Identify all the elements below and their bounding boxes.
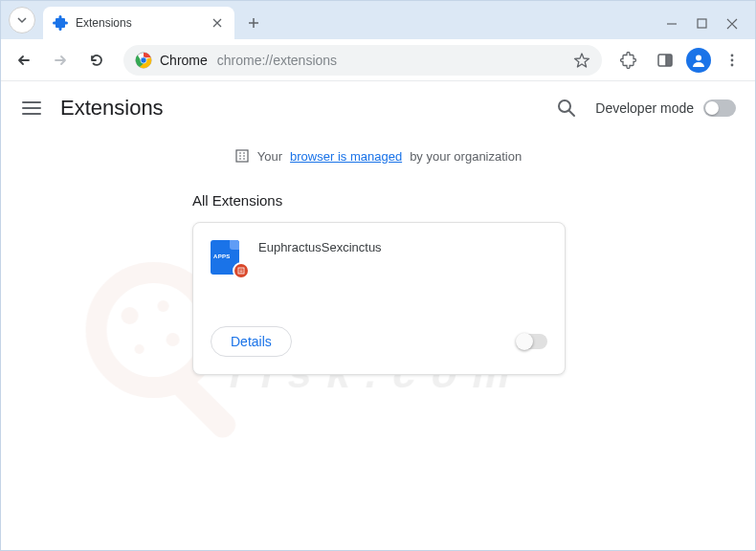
arrow-right-icon (52, 52, 69, 69)
panel-icon (656, 52, 674, 69)
page-content: PC risk.com Extensions Developer mode Yo… (1, 81, 755, 550)
forward-button[interactable] (45, 45, 76, 76)
svg-point-6 (696, 55, 701, 60)
svg-point-3 (141, 56, 146, 62)
svg-rect-17 (236, 150, 248, 162)
new-tab-button[interactable] (240, 10, 267, 36)
extension-name: EuphractusSexcinctus (258, 240, 382, 254)
details-button[interactable]: Details (211, 326, 292, 357)
back-button[interactable] (9, 45, 39, 76)
organization-icon (234, 148, 250, 164)
extension-enable-toggle[interactable] (517, 334, 547, 349)
minimize-button[interactable] (666, 18, 678, 30)
window-titlebar: Extensions (1, 1, 755, 39)
svg-point-9 (731, 63, 734, 66)
managed-link[interactable]: browser is managed (290, 149, 402, 164)
managed-text-post: by your organization (410, 149, 522, 164)
puzzle-icon (620, 52, 637, 69)
chrome-logo-icon (135, 52, 152, 69)
close-window-button[interactable] (726, 18, 738, 30)
toggle-knob (705, 101, 719, 115)
tab-search-button[interactable] (9, 7, 35, 33)
extensions-header: Extensions Developer mode (1, 81, 755, 135)
extension-card: APPS EuphractusSexcinctus Details (192, 222, 566, 375)
extensions-button[interactable] (613, 45, 644, 76)
chevron-down-icon (16, 14, 28, 26)
managed-text-pre: Your (257, 149, 282, 164)
close-icon (212, 18, 222, 28)
browser-tab[interactable]: Extensions (43, 7, 234, 39)
svg-rect-11 (168, 371, 240, 443)
reload-button[interactable] (81, 45, 112, 76)
chrome-menu-button[interactable] (717, 45, 747, 76)
all-extensions-section: All Extensions APPS EuphractusSexcinctus (1, 192, 755, 375)
reload-icon (88, 52, 105, 69)
profile-button[interactable] (686, 48, 711, 73)
user-icon (690, 52, 707, 69)
address-bar[interactable]: Chrome chrome://extensions (123, 45, 602, 76)
svg-rect-0 (698, 19, 706, 28)
side-panel-button[interactable] (650, 45, 680, 76)
svg-point-16 (559, 100, 570, 112)
browser-toolbar: Chrome chrome://extensions (1, 39, 755, 81)
dots-vertical-icon (724, 53, 740, 68)
managed-banner: Your browser is managed by your organiza… (1, 135, 755, 177)
menu-button[interactable] (20, 97, 43, 120)
plus-icon (247, 16, 260, 30)
extension-favicon-icon (53, 15, 68, 31)
bookmark-button[interactable] (573, 52, 590, 69)
page-title: Extensions (60, 96, 557, 121)
star-icon (573, 52, 590, 69)
search-button[interactable] (557, 99, 576, 118)
minimize-icon (666, 18, 678, 30)
section-title: All Extensions (192, 192, 564, 209)
developer-mode-toggle[interactable] (703, 99, 736, 117)
svg-point-8 (731, 58, 734, 61)
maximize-icon (697, 18, 707, 29)
badge-icon (233, 262, 250, 279)
svg-rect-5 (666, 55, 672, 66)
arrow-left-icon (15, 52, 33, 69)
tab-title: Extensions (76, 16, 210, 30)
address-text: Chrome chrome://extensions (160, 53, 337, 68)
toggle-knob (516, 333, 533, 350)
developer-mode-label: Developer mode (595, 100, 694, 116)
svg-point-7 (731, 54, 734, 56)
tab-close-button[interactable] (210, 15, 225, 31)
extension-icon: APPS (211, 240, 245, 275)
close-icon (726, 18, 738, 30)
window-controls (666, 18, 755, 39)
maximize-button[interactable] (697, 18, 707, 30)
